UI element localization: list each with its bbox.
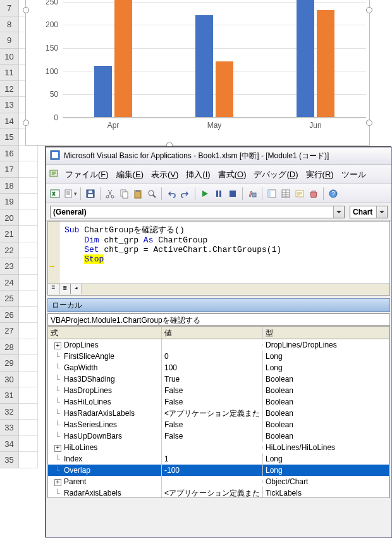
chart-bar[interactable] — [216, 61, 233, 117]
chart-bar[interactable] — [317, 10, 334, 117]
expand-icon[interactable]: + — [54, 342, 61, 349]
procedure-view-tab[interactable]: ≡ — [48, 284, 59, 294]
row-header[interactable]: 18 — [0, 178, 19, 194]
cut-icon[interactable] — [104, 187, 116, 200]
toolbox-icon[interactable] — [307, 187, 320, 200]
row-header[interactable]: 15 — [0, 129, 19, 146]
find-icon[interactable] — [145, 187, 158, 200]
pause-icon[interactable] — [212, 187, 225, 200]
row-header[interactable]: 12 — [0, 81, 19, 97]
locals-row[interactable]: └HasDropLinesFalseBoolean — [48, 385, 389, 396]
help-icon[interactable]: ? — [327, 187, 340, 200]
row-header[interactable]: 17 — [0, 161, 19, 178]
project-explorer-icon[interactable] — [266, 187, 278, 200]
menu-format[interactable]: 書式(O) — [214, 166, 250, 183]
locals-header[interactable]: ローカル — [47, 298, 390, 312]
row-header[interactable]: 16 — [0, 146, 19, 162]
chart-bar[interactable] — [94, 66, 112, 117]
code-pane[interactable]: ➡ Sub ChartGroupを確認する() Dim cht_grp As C… — [47, 221, 390, 296]
scroll-left-icon[interactable]: ◂ — [71, 284, 82, 294]
vba-window[interactable]: Microsoft Visual Basic for Applications … — [46, 147, 392, 538]
menu-edit[interactable]: 編集(E) — [113, 166, 147, 183]
locals-row[interactable]: +ParentObject/Chart — [48, 476, 389, 487]
row-header[interactable]: 32 — [0, 404, 19, 420]
run-icon[interactable] — [199, 187, 211, 200]
paste-icon[interactable] — [132, 187, 144, 200]
row-header[interactable]: 7 — [0, 0, 19, 16]
row-header[interactable]: 20 — [0, 210, 19, 227]
locals-row[interactable]: └HasHiLoLinesFalseBoolean — [48, 396, 389, 408]
row-header[interactable]: 30 — [0, 372, 19, 388]
col-expression[interactable]: 式 — [48, 327, 162, 339]
chart-bar[interactable] — [297, 0, 314, 117]
properties-icon[interactable] — [279, 187, 292, 200]
row-header[interactable]: 34 — [0, 436, 19, 453]
locals-row[interactable]: +HiLoLinesHiLoLines/HiLoLines — [48, 442, 389, 453]
row-header[interactable]: 29 — [0, 355, 19, 372]
menu-file[interactable]: ファイル(F) — [61, 166, 113, 183]
chart[interactable]: 050100150200250 AprMayJun — [25, 0, 370, 146]
vba-menubar[interactable]: ファイル(F) 編集(E) 表示(V) 挿入(I) 書式(O) デバッグ(D) … — [46, 165, 391, 184]
locals-row[interactable]: └Overlap-100Long — [48, 465, 389, 476]
chart-resize-handle[interactable] — [366, 120, 372, 126]
locals-columns[interactable]: 式 値 型 — [48, 327, 389, 339]
expand-icon[interactable]: + — [54, 445, 61, 452]
object-dropdown[interactable]: (General) — [50, 206, 345, 218]
chart-bar[interactable] — [195, 15, 213, 117]
row-header[interactable]: 25 — [0, 291, 19, 307]
menu-view[interactable]: 表示(V) — [147, 166, 182, 183]
save-icon[interactable] — [84, 187, 97, 200]
vba-titlebar[interactable]: Microsoft Visual Basic for Applications … — [46, 147, 391, 165]
design-mode-icon[interactable] — [246, 187, 259, 200]
locals-row[interactable]: └Has3DShadingTrueBoolean — [48, 373, 389, 385]
code-view-tabs[interactable]: ≡ ≣ ◂ — [48, 284, 389, 295]
row-header[interactable]: 31 — [0, 387, 19, 404]
vba-toolbar[interactable]: ▾ ? — [46, 184, 391, 203]
row-header[interactable]: 21 — [0, 226, 19, 242]
redo-icon[interactable] — [179, 187, 192, 200]
locals-table[interactable]: 式 値 型 +DropLinesDropLines/DropLines└Firs… — [47, 326, 390, 498]
row-header[interactable]: 8 — [0, 16, 19, 33]
locals-row[interactable]: └HasSeriesLinesFalseBoolean — [48, 419, 389, 430]
menu-insert[interactable]: 挿入(I) — [182, 166, 214, 183]
procedure-dropdown[interactable]: Chart — [350, 206, 388, 218]
row-header[interactable]: 28 — [0, 339, 19, 356]
view-excel-icon[interactable] — [49, 187, 61, 200]
row-header[interactable]: 10 — [0, 49, 19, 65]
locals-row[interactable]: └HasRadarAxisLabels<アプリケーション定義またBoolean — [48, 408, 389, 419]
locals-row[interactable]: └Index1Long — [48, 453, 389, 465]
row-header[interactable]: 35 — [0, 452, 19, 468]
row-header[interactable]: 11 — [0, 65, 19, 81]
col-type[interactable]: 型 — [263, 327, 389, 339]
menu-debug[interactable]: デバッグ(D) — [250, 166, 302, 183]
code-text[interactable]: Sub ChartGroupを確認する() Dim cht_grp As Cha… — [64, 224, 281, 264]
locals-row[interactable]: +DropLinesDropLines/DropLines — [48, 339, 389, 351]
expand-icon[interactable]: + — [54, 479, 61, 486]
object-browser-icon[interactable] — [293, 187, 306, 200]
chart-resize-handle[interactable] — [366, 7, 372, 13]
locals-row[interactable]: └FirstSliceAngle0Long — [48, 351, 389, 362]
row-header[interactable]: 14 — [0, 113, 19, 130]
col-value[interactable]: 値 — [162, 327, 263, 339]
chart-resize-handle[interactable] — [23, 120, 29, 126]
chart-bar[interactable] — [114, 0, 132, 117]
row-header[interactable]: 33 — [0, 420, 19, 436]
menu-run[interactable]: 実行(R) — [302, 166, 338, 183]
insert-module-icon[interactable] — [63, 187, 75, 200]
chart-resize-handle[interactable] — [23, 7, 29, 13]
row-header[interactable]: 13 — [0, 97, 19, 113]
menu-tools[interactable]: ツール — [338, 166, 370, 183]
undo-icon[interactable] — [165, 187, 178, 200]
locals-row[interactable]: └GapWidth100Long — [48, 362, 389, 373]
copy-icon[interactable] — [118, 187, 130, 200]
row-header[interactable]: 24 — [0, 275, 19, 291]
locals-row[interactable]: └RadarAxisLabels<アプリケーション定義またTickLabels — [48, 487, 389, 498]
row-header[interactable]: 23 — [0, 258, 19, 275]
row-header[interactable]: 26 — [0, 307, 19, 323]
locals-row[interactable]: └HasUpDownBarsFalseBoolean — [48, 430, 389, 442]
row-header[interactable]: 19 — [0, 194, 19, 210]
stop-icon[interactable] — [226, 187, 239, 200]
row-header[interactable]: 9 — [0, 32, 19, 49]
row-header[interactable]: 22 — [0, 242, 19, 259]
full-module-view-tab[interactable]: ≣ — [59, 284, 71, 294]
